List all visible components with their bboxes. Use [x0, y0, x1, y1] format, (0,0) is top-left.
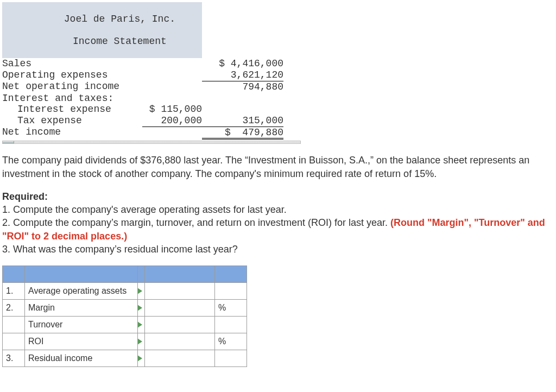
input-avg-operating-assets[interactable]: [145, 283, 215, 300]
row-noi-value: 794,880: [202, 81, 283, 92]
header-cell: [138, 266, 145, 283]
table-row: Turnover: [3, 317, 247, 333]
input-residual-income[interactable]: [145, 350, 215, 367]
row-tax-label: Tax expense: [2, 115, 142, 127]
answer-table: 1. Average operating assets 2. Margin % …: [2, 265, 247, 367]
row-opex-label: Operating expenses: [2, 69, 142, 81]
row-tax-mid: 200,000: [142, 115, 202, 127]
row-intexp-mid: $ 115,000: [142, 104, 202, 115]
row-sales-label: Sales: [2, 58, 142, 69]
row-ni-label: Net income: [2, 127, 142, 139]
expand-icon[interactable]: [137, 321, 142, 328]
required-q3: 3. What was the company’s residual incom…: [2, 244, 238, 255]
unit-cell: %: [215, 333, 247, 350]
expand-icon[interactable]: [137, 355, 142, 362]
row-label: ROI: [25, 333, 138, 350]
expand-icon[interactable]: [137, 288, 142, 294]
unit-cell: [215, 350, 247, 367]
row-label: Margin: [25, 300, 138, 317]
header-cell: [215, 266, 247, 283]
row-num: 2.: [3, 300, 25, 317]
table-row: 2. Margin %: [3, 300, 247, 317]
expand-icon[interactable]: [137, 305, 142, 311]
income-statement-table: Joel de Paris, Inc. Income Statement Sal…: [2, 2, 283, 140]
description-paragraph: The company paid dividends of $376,880 l…: [2, 154, 554, 180]
unit-cell: %: [215, 300, 247, 317]
horizontal-scrollbar[interactable]: [2, 141, 301, 144]
row-opex-value: 3,621,120: [202, 69, 283, 81]
required-section: Required: 1. Compute the company's avera…: [2, 190, 554, 256]
input-turnover[interactable]: [145, 317, 215, 333]
row-num: 1.: [3, 283, 25, 300]
row-num: [3, 317, 25, 333]
row-sales-value: $ 4,416,000: [202, 58, 283, 69]
input-margin[interactable]: [145, 300, 215, 317]
company-name: Joel de Paris, Inc.: [64, 14, 175, 24]
header-cell: [145, 266, 215, 283]
table-row: 3. Residual income: [3, 350, 247, 367]
row-intexp-label: Interest expense: [2, 104, 142, 115]
required-q1: 1. Compute the company's average operati…: [2, 204, 287, 215]
row-num: [3, 333, 25, 350]
row-num: 3.: [3, 350, 25, 367]
row-it-total: 315,000: [202, 115, 283, 127]
row-noi-label: Net operating income: [2, 81, 142, 92]
input-roi[interactable]: [145, 333, 215, 350]
row-label: Residual income: [25, 350, 138, 367]
unit-cell: [215, 317, 247, 333]
required-q2a: 2. Compute the company’s margin, turnove…: [2, 217, 390, 228]
table-row: 1. Average operating assets: [3, 283, 247, 300]
row-label: Average operating assets: [25, 283, 138, 300]
row-it-label: Interest and taxes:: [2, 93, 142, 104]
statement-title: Income Statement: [73, 36, 167, 47]
required-heading: Required:: [2, 191, 48, 202]
unit-cell: [215, 283, 247, 300]
header-cell: [3, 266, 25, 283]
row-label: Turnover: [25, 317, 138, 333]
header-cell: [25, 266, 138, 283]
table-row: ROI %: [3, 333, 247, 350]
expand-icon[interactable]: [137, 338, 142, 345]
row-ni-value: $ 479,880: [202, 127, 283, 139]
